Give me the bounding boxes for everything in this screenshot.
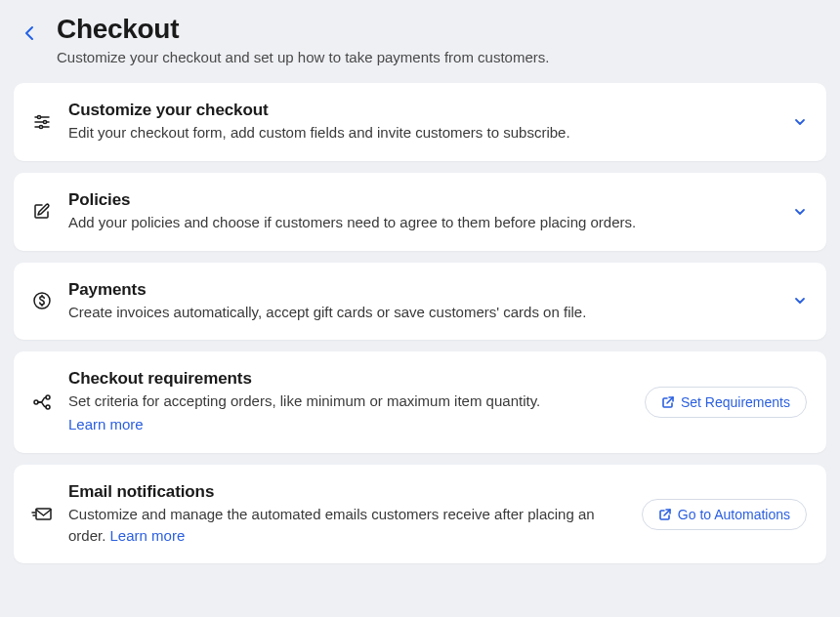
mail-send-icon xyxy=(31,504,53,525)
card-title: Email notifications xyxy=(68,482,626,502)
card-description: Edit your checkout form, add custom fiel… xyxy=(68,122,777,144)
card-customize-checkout[interactable]: Customize your checkout Edit your checko… xyxy=(14,83,826,161)
card-title: Customize your checkout xyxy=(68,101,777,120)
learn-more-link[interactable]: Learn more xyxy=(110,527,186,544)
page-title: Checkout xyxy=(57,14,826,45)
chevron-down-icon xyxy=(793,205,807,219)
learn-more-link[interactable]: Learn more xyxy=(68,414,629,435)
go-to-automations-button[interactable]: Go to Automations xyxy=(642,499,807,530)
card-checkout-requirements: Checkout requirements Set criteria for a… xyxy=(14,351,826,453)
page-header: Checkout Customize your checkout and set… xyxy=(14,14,826,65)
svg-rect-12 xyxy=(36,509,51,519)
chevron-down-icon xyxy=(793,115,807,129)
svg-point-1 xyxy=(37,115,40,118)
svg-point-3 xyxy=(43,120,46,123)
card-email-notifications: Email notifications Customize and manage… xyxy=(14,465,826,564)
card-title: Checkout requirements xyxy=(68,369,629,389)
set-requirements-button[interactable]: Set Requirements xyxy=(645,387,807,418)
card-payments[interactable]: Payments Create invoices automatically, … xyxy=(14,263,826,341)
dollar-circle-icon xyxy=(31,290,53,311)
chevron-down-icon xyxy=(793,294,807,308)
card-policies[interactable]: Policies Add your policies and choose if… xyxy=(14,173,826,251)
branch-icon xyxy=(31,391,53,413)
card-description: Create invoices automatically, accept gi… xyxy=(68,302,777,323)
svg-point-5 xyxy=(39,125,42,128)
card-title: Policies xyxy=(68,190,777,210)
external-link-icon xyxy=(658,508,672,521)
card-description: Add your policies and choose if customer… xyxy=(68,212,777,233)
card-description: Customize and manage the automated email… xyxy=(68,504,626,547)
page-subtitle: Customize your checkout and set up how t… xyxy=(57,49,826,65)
card-description: Set criteria for accepting orders, like … xyxy=(68,391,629,435)
chevron-left-icon xyxy=(24,25,34,41)
external-link-icon xyxy=(661,395,675,409)
card-title: Payments xyxy=(68,280,777,300)
back-button[interactable] xyxy=(16,20,43,47)
edit-icon xyxy=(31,201,53,223)
sliders-icon xyxy=(31,111,53,133)
